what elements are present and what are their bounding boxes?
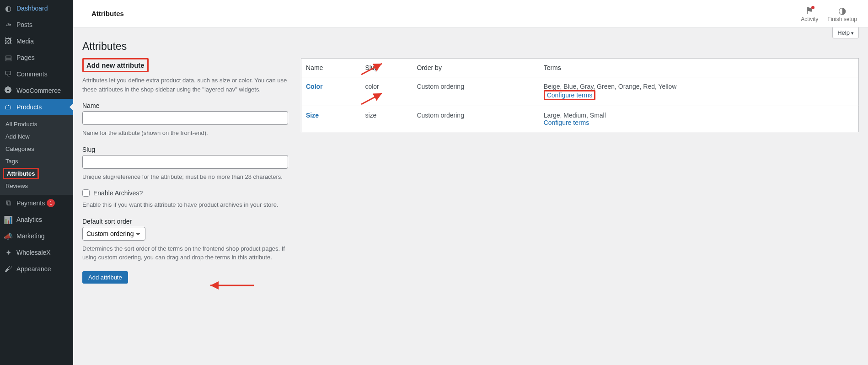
- sidebar-item-pages[interactable]: ▤Pages: [0, 49, 73, 66]
- payments-icon: ⧉: [4, 199, 13, 208]
- slug-input[interactable]: [82, 155, 288, 169]
- sidebar-item-analytics[interactable]: 📊Analytics: [0, 211, 73, 228]
- admin-sidebar: ◐Dashboard✑Posts🖾Media▤Pages🗨Comments🅦Wo…: [0, 0, 73, 365]
- submenu-item-reviews[interactable]: Reviews: [0, 180, 73, 192]
- pages-icon: ▤: [4, 53, 13, 62]
- media-icon: 🖾: [4, 37, 13, 46]
- marketing-icon: 📣: [4, 231, 13, 241]
- sidebar-item-products[interactable]: 🗀Products: [0, 99, 73, 115]
- attribute-terms: Beige, Blue, Gray, Green, Orange, Red, Y…: [544, 83, 854, 90]
- sidebar-item-label: Analytics: [16, 216, 42, 223]
- flag-icon: ⚑: [805, 5, 814, 16]
- sidebar-item-label: Payments: [16, 199, 45, 207]
- sort-help: Determines the sort order of the terms o…: [82, 244, 288, 262]
- submenu-item-all-products[interactable]: All Products: [0, 118, 73, 130]
- products-submenu: All ProductsAdd NewCategoriesTagsAttribu…: [0, 115, 73, 195]
- attribute-terms-cell: Beige, Blue, Gray, Green, Orange, Red, Y…: [539, 77, 859, 106]
- sidebar-item-marketing[interactable]: 📣Marketing: [0, 228, 73, 244]
- wholesalex-icon: ✦: [4, 248, 13, 257]
- page-content: Help Attributes Add new attribute Attrib…: [73, 27, 868, 302]
- sidebar-item-dashboard[interactable]: ◐Dashboard: [0, 0, 73, 16]
- attribute-slug: size: [360, 106, 412, 132]
- attribute-order: Custom ordering: [412, 106, 539, 132]
- table-row: ColorcolorCustom orderingBeige, Blue, Gr…: [301, 77, 859, 106]
- sidebar-item-label: Posts: [16, 21, 32, 28]
- sidebar-item-label: Marketing: [16, 232, 44, 240]
- attribute-name-link[interactable]: Color: [306, 83, 323, 90]
- sidebar-item-posts[interactable]: ✑Posts: [0, 16, 73, 33]
- add-attribute-button[interactable]: Add attribute: [82, 271, 128, 284]
- badge: 1: [47, 199, 55, 207]
- table-row: SizesizeCustom orderingLarge, Medium, Sm…: [301, 106, 859, 132]
- products-icon: 🗀: [4, 102, 13, 112]
- attributes-table-wrap: Name Slug Order by Terms ColorcolorCusto…: [301, 58, 859, 132]
- activity-button[interactable]: ⚑ Activity: [801, 5, 818, 22]
- topbar: Attributes ⚑ Activity ◑ Finish setup: [73, 0, 868, 27]
- submenu-highlight: Attributes: [3, 168, 39, 179]
- name-label: Name: [82, 102, 288, 109]
- archives-help: Enable this if you want this attribute t…: [82, 200, 288, 209]
- sidebar-item-label: Comments: [16, 70, 48, 78]
- sidebar-item-wholesalex[interactable]: ✦WholesaleX: [0, 244, 73, 261]
- configure-terms-link[interactable]: Configure terms: [544, 119, 589, 126]
- finish-setup-button[interactable]: ◑ Finish setup: [827, 5, 857, 22]
- page-title: Attributes: [82, 32, 859, 58]
- attributes-table: Name Slug Order by Terms ColorcolorCusto…: [301, 58, 859, 132]
- intro-text: Attributes let you define extra product …: [82, 76, 288, 94]
- sidebar-item-label: Appearance: [16, 265, 51, 273]
- name-help: Name for the attribute (shown on the fro…: [82, 129, 288, 138]
- sidebar-item-label: Media: [16, 38, 34, 45]
- sidebar-item-label: Products: [16, 103, 42, 111]
- sidebar-item-comments[interactable]: 🗨Comments: [0, 66, 73, 82]
- sort-order-select[interactable]: Custom ordering: [82, 227, 145, 241]
- col-terms: Terms: [539, 59, 859, 77]
- add-attribute-heading-highlight: Add new attribute: [82, 58, 149, 72]
- slug-help: Unique slug/reference for the attribute;…: [82, 172, 288, 182]
- enable-archives-checkbox[interactable]: [82, 189, 90, 197]
- sort-label: Default sort order: [82, 218, 288, 225]
- attribute-slug: color: [360, 77, 412, 106]
- sidebar-item-label: WooCommerce: [16, 87, 61, 94]
- help-tab[interactable]: Help: [832, 27, 859, 38]
- sidebar-item-label: Pages: [16, 54, 35, 61]
- activity-label: Activity: [801, 16, 818, 22]
- comments-icon: 🗨: [4, 70, 13, 79]
- configure-terms-link[interactable]: Configure terms: [544, 90, 596, 100]
- col-name: Name: [301, 59, 361, 77]
- col-order: Order by: [412, 59, 539, 77]
- attribute-name-link[interactable]: Size: [306, 112, 319, 119]
- posts-icon: ✑: [4, 20, 13, 29]
- sidebar-item-label: Dashboard: [16, 5, 48, 12]
- sidebar-item-appearance[interactable]: 🖌Appearance: [0, 261, 73, 277]
- topbar-title: Attributes: [84, 0, 131, 27]
- table-header-row: Name Slug Order by Terms: [301, 59, 859, 77]
- main-area: Attributes ⚑ Activity ◑ Finish setup Hel…: [73, 0, 868, 365]
- submenu-item-categories[interactable]: Categories: [0, 143, 73, 155]
- attribute-order: Custom ordering: [412, 77, 539, 106]
- add-attribute-heading: Add new attribute: [84, 59, 147, 71]
- submenu-item-tags[interactable]: Tags: [0, 155, 73, 167]
- slug-label: Slug: [82, 146, 288, 153]
- sidebar-item-label: WholesaleX: [16, 249, 51, 256]
- attribute-terms: Large, Medium, Small: [544, 112, 854, 119]
- progress-icon: ◑: [838, 5, 846, 16]
- woocommerce-icon: 🅦: [4, 86, 13, 95]
- name-input[interactable]: [82, 111, 288, 125]
- enable-archives-label: Enable Archives?: [93, 189, 143, 197]
- submenu-item-attributes[interactable]: Attributes: [0, 167, 73, 180]
- sidebar-item-media[interactable]: 🖾Media: [0, 33, 73, 49]
- add-attribute-form: Add new attribute Attributes let you def…: [82, 58, 288, 284]
- dashboard-icon: ◐: [4, 4, 13, 13]
- analytics-icon: 📊: [4, 215, 13, 224]
- sidebar-item-woocommerce[interactable]: 🅦WooCommerce: [0, 82, 73, 99]
- sidebar-item-payments[interactable]: ⧉Payments1: [0, 195, 73, 211]
- finish-label: Finish setup: [827, 16, 857, 22]
- attribute-terms-cell: Large, Medium, SmallConfigure terms: [539, 106, 859, 132]
- appearance-icon: 🖌: [4, 264, 13, 274]
- col-slug: Slug: [360, 59, 412, 77]
- submenu-item-add-new[interactable]: Add New: [0, 130, 73, 143]
